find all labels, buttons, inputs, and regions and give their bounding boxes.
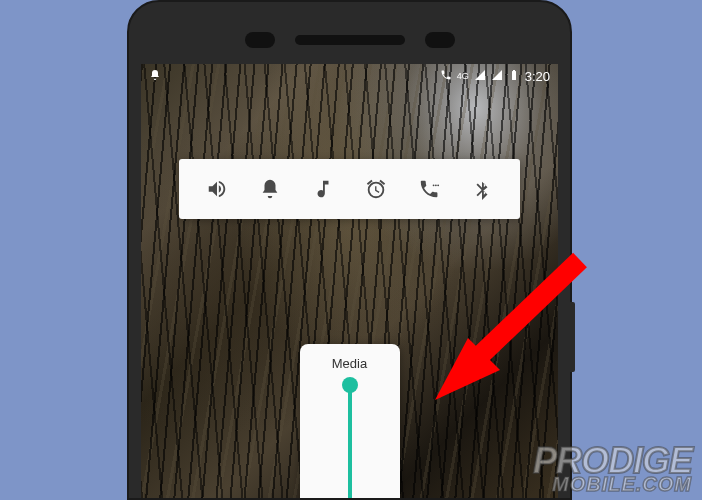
phone-icon[interactable] — [414, 174, 444, 204]
phone-side-button — [570, 302, 575, 372]
slider-thumb[interactable] — [342, 377, 358, 393]
music-note-icon[interactable] — [308, 174, 338, 204]
media-volume-slider[interactable] — [348, 383, 352, 498]
bluetooth-icon[interactable] — [467, 174, 497, 204]
media-slider-label: Media — [332, 356, 367, 371]
signal-icon — [491, 69, 503, 84]
volume-icon-row — [179, 159, 520, 219]
bell-icon[interactable] — [255, 174, 285, 204]
svg-point-1 — [435, 184, 437, 186]
battery-icon — [508, 69, 520, 84]
phone-speaker — [245, 32, 455, 48]
status-bar: 4G 3:20 — [141, 64, 558, 88]
notification-bell-icon — [149, 69, 161, 84]
phone-screen: 4G 3:20 — [141, 64, 558, 498]
volume-icon[interactable] — [202, 174, 232, 204]
phone-frame: 4G 3:20 — [127, 0, 572, 500]
clock-time: 3:20 — [525, 69, 550, 84]
signal-icon — [474, 69, 486, 84]
network-label: 4G — [457, 71, 469, 81]
phone-status-icon — [440, 69, 452, 84]
svg-point-2 — [437, 184, 439, 186]
media-volume-slider-card: Media — [300, 344, 400, 498]
alarm-icon[interactable] — [361, 174, 391, 204]
svg-point-0 — [432, 184, 434, 186]
